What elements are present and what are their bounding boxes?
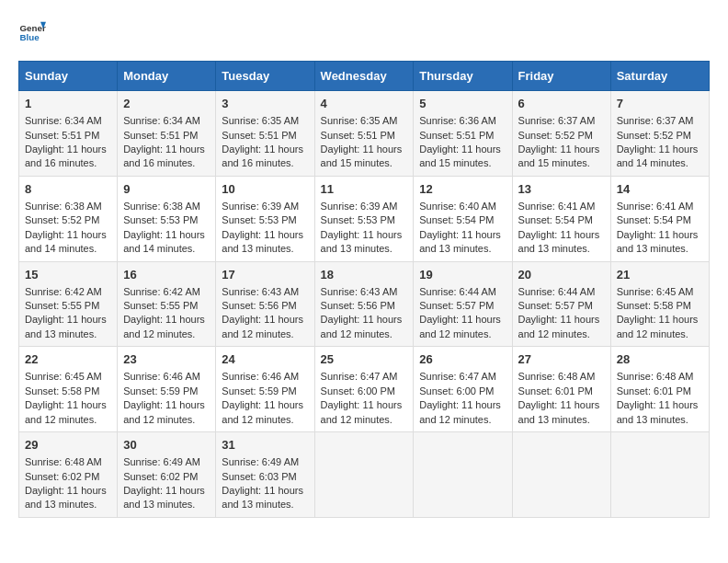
- sunrise-text: Sunrise: 6:42 AM: [25, 286, 102, 297]
- calendar-cell: 26Sunrise: 6:47 AMSunset: 6:00 PMDayligh…: [414, 347, 512, 432]
- day-number: 6: [518, 96, 605, 112]
- calendar-cell: [512, 432, 610, 518]
- daylight-text: Daylight: 11 hours and 16 minutes.: [222, 144, 303, 168]
- sunset-text: Sunset: 6:02 PM: [123, 471, 198, 482]
- sunset-text: Sunset: 5:56 PM: [321, 300, 395, 311]
- sunrise-text: Sunrise: 6:34 AM: [25, 115, 102, 126]
- day-number: 17: [222, 267, 308, 283]
- sunrise-text: Sunrise: 6:42 AM: [123, 286, 200, 297]
- sunset-text: Sunset: 6:00 PM: [321, 385, 395, 396]
- daylight-text: Daylight: 11 hours and 16 minutes.: [123, 144, 205, 168]
- sunrise-text: Sunrise: 6:49 AM: [222, 456, 299, 467]
- sunrise-text: Sunrise: 6:45 AM: [25, 371, 102, 382]
- day-number: 5: [419, 96, 506, 112]
- day-number: 15: [25, 267, 111, 283]
- calendar-cell: 11Sunrise: 6:39 AMSunset: 5:53 PMDayligh…: [314, 176, 414, 261]
- day-number: 22: [25, 351, 111, 368]
- daylight-text: Daylight: 11 hours and 14 minutes.: [123, 229, 205, 254]
- calendar-cell: [414, 432, 512, 518]
- sunset-text: Sunset: 5:51 PM: [25, 130, 99, 141]
- sunrise-text: Sunrise: 6:35 AM: [222, 115, 299, 126]
- day-number: 26: [419, 351, 506, 368]
- daylight-text: Daylight: 11 hours and 12 minutes.: [123, 314, 205, 339]
- calendar-cell: 16Sunrise: 6:42 AMSunset: 5:55 PMDayligh…: [118, 261, 216, 347]
- sunset-text: Sunset: 5:58 PM: [25, 385, 99, 396]
- daylight-text: Daylight: 11 hours and 13 minutes.: [617, 229, 699, 254]
- calendar-cell: 30Sunrise: 6:49 AMSunset: 6:02 PMDayligh…: [118, 432, 216, 518]
- calendar-cell: 1Sunrise: 6:34 AMSunset: 5:51 PMDaylight…: [19, 91, 118, 177]
- sunset-text: Sunset: 5:57 PM: [419, 300, 494, 311]
- daylight-text: Daylight: 11 hours and 12 minutes.: [419, 399, 501, 424]
- sunrise-text: Sunrise: 6:41 AM: [617, 201, 694, 212]
- calendar-cell: 19Sunrise: 6:44 AMSunset: 5:57 PMDayligh…: [414, 261, 512, 347]
- sunset-text: Sunset: 5:59 PM: [123, 385, 198, 396]
- daylight-text: Daylight: 11 hours and 16 minutes.: [25, 144, 107, 168]
- calendar-cell: 23Sunrise: 6:46 AMSunset: 5:59 PMDayligh…: [118, 347, 216, 432]
- logo: General Blue: [18, 18, 46, 46]
- sunset-text: Sunset: 5:53 PM: [321, 214, 395, 225]
- sunset-text: Sunset: 5:52 PM: [518, 130, 593, 141]
- daylight-text: Daylight: 11 hours and 15 minutes.: [518, 144, 600, 168]
- calendar-cell: 7Sunrise: 6:37 AMSunset: 5:52 PMDaylight…: [610, 91, 709, 177]
- day-number: 25: [321, 351, 408, 368]
- sunrise-text: Sunrise: 6:38 AM: [123, 201, 200, 212]
- sunrise-text: Sunrise: 6:49 AM: [123, 456, 200, 467]
- sunrise-text: Sunrise: 6:48 AM: [617, 371, 694, 382]
- daylight-text: Daylight: 11 hours and 13 minutes.: [222, 485, 303, 510]
- sunset-text: Sunset: 5:54 PM: [518, 214, 593, 225]
- calendar-cell: 14Sunrise: 6:41 AMSunset: 5:54 PMDayligh…: [610, 176, 709, 261]
- calendar-cell: 15Sunrise: 6:42 AMSunset: 5:55 PMDayligh…: [19, 261, 118, 347]
- day-number: 29: [25, 437, 111, 454]
- daylight-text: Daylight: 11 hours and 12 minutes.: [25, 399, 107, 424]
- day-number: 3: [222, 96, 308, 112]
- day-number: 18: [321, 267, 408, 283]
- sunset-text: Sunset: 6:03 PM: [222, 471, 296, 482]
- day-number: 8: [25, 181, 111, 198]
- sunrise-text: Sunrise: 6:37 AM: [617, 115, 694, 126]
- day-header-sunday: Sunday: [19, 62, 118, 91]
- calendar-cell: 18Sunrise: 6:43 AMSunset: 5:56 PMDayligh…: [314, 261, 414, 347]
- sunset-text: Sunset: 5:53 PM: [123, 214, 198, 225]
- sunset-text: Sunset: 5:51 PM: [123, 130, 198, 141]
- page-header: General Blue: [18, 18, 710, 46]
- sunrise-text: Sunrise: 6:37 AM: [518, 115, 596, 126]
- sunrise-text: Sunrise: 6:45 AM: [617, 286, 694, 297]
- day-number: 14: [617, 181, 703, 198]
- day-number: 27: [518, 351, 605, 368]
- calendar-week-1: 1Sunrise: 6:34 AMSunset: 5:51 PMDaylight…: [19, 91, 710, 177]
- daylight-text: Daylight: 11 hours and 13 minutes.: [222, 229, 303, 254]
- day-header-tuesday: Tuesday: [216, 62, 314, 91]
- sunset-text: Sunset: 6:02 PM: [25, 471, 99, 482]
- daylight-text: Daylight: 11 hours and 13 minutes.: [25, 485, 107, 510]
- logo-icon: General Blue: [18, 18, 46, 46]
- day-number: 2: [123, 96, 210, 112]
- sunrise-text: Sunrise: 6:34 AM: [123, 115, 200, 126]
- daylight-text: Daylight: 11 hours and 12 minutes.: [222, 399, 303, 424]
- day-header-thursday: Thursday: [414, 62, 512, 91]
- sunset-text: Sunset: 5:51 PM: [321, 130, 395, 141]
- calendar-cell: 13Sunrise: 6:41 AMSunset: 5:54 PMDayligh…: [512, 176, 610, 261]
- day-number: 19: [419, 267, 506, 283]
- sunset-text: Sunset: 5:51 PM: [419, 130, 494, 141]
- calendar-cell: 28Sunrise: 6:48 AMSunset: 6:01 PMDayligh…: [610, 347, 709, 432]
- calendar-cell: 29Sunrise: 6:48 AMSunset: 6:02 PMDayligh…: [19, 432, 118, 518]
- daylight-text: Daylight: 11 hours and 13 minutes.: [321, 229, 403, 254]
- calendar-header-row: SundayMondayTuesdayWednesdayThursdayFrid…: [19, 62, 710, 91]
- daylight-text: Daylight: 11 hours and 12 minutes.: [123, 399, 205, 424]
- daylight-text: Daylight: 11 hours and 14 minutes.: [25, 229, 107, 254]
- sunrise-text: Sunrise: 6:44 AM: [419, 286, 496, 297]
- day-number: 12: [419, 181, 506, 198]
- sunset-text: Sunset: 6:01 PM: [617, 385, 691, 396]
- day-header-monday: Monday: [118, 62, 216, 91]
- calendar-cell: 24Sunrise: 6:46 AMSunset: 5:59 PMDayligh…: [216, 347, 314, 432]
- sunset-text: Sunset: 5:57 PM: [518, 300, 593, 311]
- sunset-text: Sunset: 5:53 PM: [222, 214, 296, 225]
- sunset-text: Sunset: 5:55 PM: [123, 300, 198, 311]
- daylight-text: Daylight: 11 hours and 12 minutes.: [222, 314, 303, 339]
- sunrise-text: Sunrise: 6:41 AM: [518, 201, 596, 212]
- calendar-body: 1Sunrise: 6:34 AMSunset: 5:51 PMDaylight…: [19, 91, 710, 518]
- daylight-text: Daylight: 11 hours and 15 minutes.: [321, 144, 403, 168]
- calendar-cell: 27Sunrise: 6:48 AMSunset: 6:01 PMDayligh…: [512, 347, 610, 432]
- calendar-cell: 12Sunrise: 6:40 AMSunset: 5:54 PMDayligh…: [414, 176, 512, 261]
- calendar-cell: 5Sunrise: 6:36 AMSunset: 5:51 PMDaylight…: [414, 91, 512, 177]
